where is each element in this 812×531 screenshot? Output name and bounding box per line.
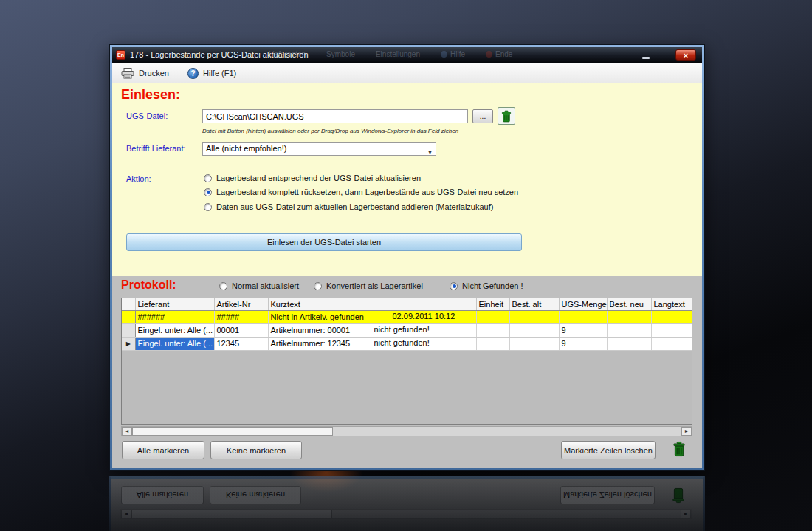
option-label: Lagerbestand komplett rücksetzen, dann L… xyxy=(216,188,518,196)
toolbar: Drucken ? Hilfe (F1) xyxy=(112,63,702,83)
column-header[interactable]: UGS-Menge xyxy=(559,298,607,310)
radio-icon[interactable] xyxy=(204,203,212,211)
filter-konvertiert[interactable]: Konvertiert als Lagerartikel xyxy=(314,281,423,290)
select-all-button[interactable]: Alle markieren xyxy=(122,441,204,459)
lieferant-dropdown[interactable]: Alle (nicht empfohlen!) ▼ xyxy=(202,142,436,156)
option-label: Daten aus UGS-Datei zum aktuellen Lagerb… xyxy=(216,202,493,211)
reflected-trash-icon xyxy=(668,485,689,506)
select-none-button[interactable]: Keine markieren xyxy=(210,441,302,459)
column-header[interactable]: Best. alt xyxy=(509,298,559,310)
row-marker-arrow: ▶ xyxy=(122,337,135,350)
reflected-button: Markierte Zeilen löschen xyxy=(560,486,655,504)
filter-label: Normal aktualisiert xyxy=(232,281,299,290)
column-header[interactable]: Einheit xyxy=(476,298,509,310)
aktion-option-add[interactable]: Daten aus UGS-Datei zum aktuellen Lagerb… xyxy=(204,202,493,212)
einlesen-heading: Einlesen: xyxy=(121,87,180,103)
reflection-content: ◄ ► Alle markieren Keine markieren Marki… xyxy=(109,476,705,531)
grid-header-row: Lieferant Artikel-Nr Kurztext Einheit Be… xyxy=(122,298,692,310)
help-label: Hilfe (F1) xyxy=(203,69,236,78)
aktion-option-reset[interactable]: Lagerbestand komplett rücksetzen, dann L… xyxy=(204,187,518,197)
lieferant-label: Betrifft Lieferant: xyxy=(126,144,186,153)
ghost-menu-item: Lieferanten xyxy=(269,50,306,58)
title-bar[interactable]: En 178 - Lagerbestände per UGS-Datei akt… xyxy=(112,47,702,63)
ugs-file-label: UGS-Datei: xyxy=(126,112,168,120)
radio-icon[interactable] xyxy=(314,282,322,290)
column-header[interactable]: Kurztext xyxy=(268,298,476,310)
column-header[interactable]: Langtext xyxy=(651,298,692,310)
app-window: En 178 - Lagerbestände per UGS-Datei akt… xyxy=(109,44,705,471)
browse-button[interactable]: ... xyxy=(472,109,493,123)
background-menu: Lieferanten Symbole Einstellungen Hilfe … xyxy=(269,50,512,58)
option-label: Lagerbestand entsprechend der UGS-Datei … xyxy=(216,174,421,182)
reflected-button: Keine markieren xyxy=(210,486,301,504)
marker-column-header xyxy=(122,298,135,310)
ghost-menu-item: Einstellungen xyxy=(376,50,420,58)
ghost-menu-item: Hilfe xyxy=(441,50,465,58)
horizontal-scrollbar[interactable]: ◄ ► xyxy=(121,426,692,436)
ugs-file-hint: Datei mit Button (hinten) auswählen oder… xyxy=(202,128,458,134)
column-header[interactable]: Best. neu xyxy=(607,298,651,310)
filter-normal[interactable]: Normal aktualisiert xyxy=(219,281,299,290)
protokoll-panel: Protokoll: Normal aktualisiert Konvertie… xyxy=(112,276,702,468)
trash-icon xyxy=(672,441,686,457)
window-inner: En 178 - Lagerbestände per UGS-Datei akt… xyxy=(112,47,702,468)
delete-trash-button[interactable] xyxy=(669,439,689,459)
scroll-right-button[interactable]: ► xyxy=(681,427,692,436)
lieferant-value: Alle (nicht empfohlen!) xyxy=(206,144,286,153)
scrollbar-thumb[interactable] xyxy=(132,427,333,436)
radio-icon[interactable] xyxy=(219,282,227,290)
filter-label: Nicht Gefunden ! xyxy=(462,281,523,290)
scroll-left-button[interactable]: ◄ xyxy=(122,427,132,436)
protokoll-heading: Protokoll: xyxy=(121,278,176,292)
desktop-background: { "window": { "title": "178 - Lagerbestä… xyxy=(0,0,812,531)
aktion-label: Aktion: xyxy=(126,174,151,183)
reflected-scrollbar: ◄ ► xyxy=(120,509,692,519)
radio-icon[interactable] xyxy=(204,188,212,196)
help-icon xyxy=(441,51,447,58)
chevron-down-icon: ▼ xyxy=(427,146,433,159)
start-import-button[interactable]: Einlesen der UGS-Datei starten xyxy=(126,233,522,251)
ugs-file-input[interactable] xyxy=(202,109,468,123)
protokoll-grid[interactable]: Lieferant Artikel-Nr Kurztext Einheit Be… xyxy=(121,298,692,425)
trash-icon xyxy=(501,110,512,123)
print-label: Drucken xyxy=(139,69,169,78)
row-marker xyxy=(122,323,135,337)
column-header[interactable]: Lieferant xyxy=(135,298,214,310)
exit-icon xyxy=(486,51,492,58)
column-header[interactable]: Artikel-Nr xyxy=(214,298,268,310)
aktion-option-update[interactable]: Lagerbestand entsprechend der UGS-Datei … xyxy=(204,173,421,183)
table-row[interactable]: Eingel. unter: Alle (... 00001 Artikelnu… xyxy=(122,323,692,337)
filter-label: Konvertiert als Lagerartikel xyxy=(326,281,423,290)
minimize-button[interactable] xyxy=(639,51,653,60)
print-button[interactable]: Drucken xyxy=(117,65,173,81)
row-marker xyxy=(122,310,135,323)
printer-icon xyxy=(121,68,134,79)
radio-icon[interactable] xyxy=(204,174,212,182)
close-button[interactable]: × xyxy=(675,49,696,61)
app-icon: En xyxy=(116,50,125,60)
clear-file-button[interactable] xyxy=(498,107,515,125)
help-icon: ? xyxy=(187,68,199,79)
reflected-button: Alle markieren xyxy=(121,486,204,504)
einlesen-panel: Einlesen: UGS-Datei: ... Datei mit Butto… xyxy=(112,83,702,276)
filter-nicht-gefunden[interactable]: Nicht Gefunden ! xyxy=(450,281,523,290)
window-reflection: ◄ ► Alle markieren Keine markieren Marki… xyxy=(109,476,705,531)
radio-icon[interactable] xyxy=(450,282,458,290)
ghost-menu-item: Symbole xyxy=(326,50,355,58)
delete-marked-button[interactable]: Markierte Zeilen löschen xyxy=(561,441,656,459)
ghost-menu-item: Ende xyxy=(486,50,512,58)
help-button[interactable]: ? Hilfe (F1) xyxy=(183,65,241,81)
table-row-selected[interactable]: ▶ Eingel. unter: Alle (... 12345 Artikel… xyxy=(122,337,692,350)
table-row[interactable]: ###### ##### Nicht in Artikelv. gefunden… xyxy=(122,310,692,323)
